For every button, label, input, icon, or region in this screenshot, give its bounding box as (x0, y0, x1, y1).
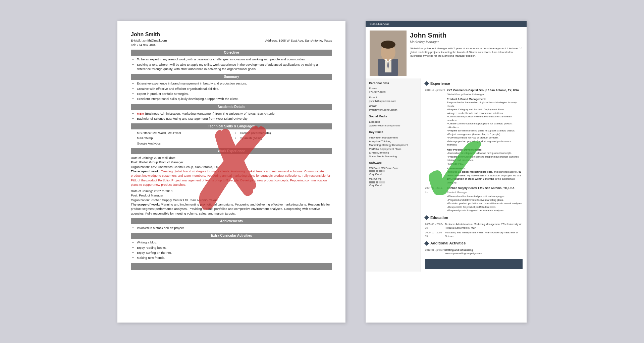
summary-list: Extensive experience in brand management… (137, 81, 332, 101)
exp-1-b5: • Create communication support plans for… (447, 122, 523, 129)
left-contact: E-Mail: j.smith@mail.com Tel: 774-987-40… (131, 38, 332, 47)
right-name: John Smith (410, 31, 523, 40)
achievement-1: Involved in a stock sell-off project. (137, 226, 332, 230)
skills-list: Innovation Management Analytical Thinkin… (369, 136, 417, 158)
skill-spanish: • Spanish (basic) (235, 136, 332, 140)
exp-1-b4: • Communicate product knowledge to custo… (447, 115, 523, 122)
bad-resume: John Smith E-Mail: j.smith@mail.com Tel:… (117, 21, 345, 323)
exp-1-npd-b1: • Innovation development - develop new p… (447, 152, 523, 155)
skill-item-4: Portfolio Deployment Plans (369, 147, 417, 151)
exp-2-b2: • Prepared and delivered effective marke… (447, 198, 523, 202)
exp-2-role: Product Manager (447, 190, 523, 194)
exp-1-achievements-label: Achievements: (447, 167, 523, 170)
exp-1-npd-b2: • Prepare communication plans to support… (447, 155, 523, 162)
edu-1-dates: 2005-09 - 2007-05 (425, 223, 445, 230)
exp-2-company: Kitchen Supply Center Ltd / San Antonio,… (447, 186, 523, 190)
work-2-post: Post: Product Manager (131, 193, 332, 197)
additional-1-text: www.mymarketingcampaigns.me (445, 252, 482, 255)
software-item-1: MS Excel, MS PowerPoint Very Good (369, 167, 417, 176)
education-label: Education (430, 215, 448, 220)
work-entry-1: Date of Joining: 2010 to till date Post:… (131, 156, 332, 187)
skills-grid: MS Office: MS Word, MS Excel • French (i… (137, 131, 332, 146)
left-name: John Smith (131, 31, 332, 38)
work-2-org: Organization: Kitchen Supply Center Ltd.… (131, 198, 332, 202)
experience-header: Experience (425, 81, 523, 87)
exp-2-b5: • Prepared product segment performance a… (447, 209, 523, 213)
work-1-org: Organization: XYZ Cosmetics Capital Grou… (131, 165, 332, 169)
exp-1-achievements-text: I finalized 10 global marketing projects… (447, 170, 523, 184)
exp-1-sub-1-label: Product & Brand Management: (447, 97, 523, 101)
summary-item-1: Extensive experience in brand management… (137, 81, 332, 85)
svg-point-5 (381, 41, 395, 49)
additional-label: Additional Activities (430, 241, 466, 246)
extra-3: Enjoy Surfing on the net. (137, 250, 332, 255)
edu-entry-2: 2000-10 - 2004-05 Marketing and Manageme… (425, 231, 523, 238)
left-email: E-Mail: j.smith@mail.com (131, 38, 167, 43)
exp-1-b3: • Analyze market trends and recommend so… (447, 112, 523, 115)
summary-header: Summary (131, 74, 332, 80)
skill-item-6: Social Media Marketing (369, 155, 417, 158)
extra-list: Writing a blog. Enjoy reading books. Enj… (137, 240, 332, 260)
exp-2-b4: • Responsible for product portfolio fore… (447, 206, 523, 209)
social-header: Social Media (369, 114, 417, 119)
academic-item-2: Bachelor of Science (Marketing and Manag… (137, 116, 332, 121)
exp-1-b1: Responsible for the creation of global b… (447, 101, 523, 108)
software-item-2: Mail Chimp Very Good (369, 177, 417, 187)
skill-1: MS Office: MS Word, MS Excel (137, 131, 234, 135)
exp-1-b9: • Manage product portfolio (product segm… (447, 140, 523, 147)
achievements-list: Involved in a stock sell-off project. (137, 226, 332, 230)
work-1-date: Date of Joining: 2010 to till date (131, 156, 332, 160)
skill-3: Google Analytics (137, 141, 234, 146)
software-name-2: Mail Chimp (369, 177, 417, 181)
objective-header: Objective (131, 50, 332, 56)
exp-2-inner: 2007-09 - 2010-11 Kitchen Supply Center … (425, 186, 523, 213)
skill-item-2: Analytical Thinking (369, 139, 417, 143)
exp-1-b6: • Prepare annual marketing plans to supp… (447, 129, 523, 133)
achievements-header: Achievements (131, 218, 332, 224)
exp-1-sub-2-label: New Product Development: (447, 148, 523, 152)
top-bar: Curriculum Vitae (366, 21, 527, 27)
additional-header: Additional Activities (425, 241, 523, 247)
bottom-bar (131, 263, 332, 270)
exp-2-b3: • Provided product portfolios and compet… (447, 202, 523, 206)
technical-header: Technical Skills & Languages (131, 123, 332, 129)
good-resume: Curriculum Vitae (366, 21, 527, 323)
education-header: Education (425, 215, 523, 221)
work-1-scope: The scope of work: Creating global brand… (131, 169, 332, 187)
education-diamond-icon (424, 215, 429, 220)
experience-label: Experience (430, 81, 450, 86)
work-entry-2: Date of Joining: 2007 to 2010 Post: Prod… (131, 189, 332, 216)
exp-1-npd-b3: • Manage P&L. (447, 162, 523, 166)
skill-item-3: Marketing Strategy Development (369, 143, 417, 147)
exp-2-b1: • Planned and implemented promotional ca… (447, 195, 523, 198)
work-1-scope-text: Creating global brand strategies for maj… (131, 169, 330, 186)
right-bottom-bar (425, 259, 523, 269)
summary-item-4: Excellent interpersonal skills quickly d… (137, 97, 332, 101)
linkedin-value: www.linkedin.com/johnutw (369, 124, 417, 127)
linkedin-label: LinkedIn (369, 120, 417, 124)
work-2-scope: The scope of work: Planning and implemen… (131, 202, 332, 216)
academic-header: Academic Details (131, 104, 332, 110)
www-label: WWW (369, 104, 417, 108)
extra-1: Writing a blog. (137, 240, 332, 244)
edu-1-text: Business Administration / Marketing Mana… (445, 223, 523, 230)
exp-entry-2: 2007-09 - 2010-11 Kitchen Supply Center … (425, 186, 523, 213)
extra-4: Making new friends. (137, 255, 332, 260)
exp-2-dates: 2007-09 - 2010-11 (425, 186, 445, 193)
good-resume-wrapper: Curriculum Vitae (366, 21, 527, 323)
edu-entry-1: 2005-09 - 2007-05 Business Administratio… (425, 223, 523, 230)
academic-list: MBA (Business Administration, Marketing … (137, 111, 332, 121)
additional-1-label: Writing and Influencing (445, 248, 482, 252)
objective-item-1: To be an expert in my area of work, with… (137, 57, 332, 61)
email-label: E-mail (369, 96, 417, 99)
summary-item-2: Creative with effective and efficient or… (137, 87, 332, 91)
two-col-layout: Personal Data Phone 774-987-4009 E-mail … (366, 78, 527, 272)
profile-photo (370, 31, 407, 76)
right-title: Marketing Manager (410, 40, 523, 45)
right-col: Experience 2010-12 - present XYZ Cosmeti… (421, 78, 527, 272)
skill-item-5: E-mail Marketing (369, 151, 417, 155)
academic-item-1-text: (Business Administration, Marketing Mana… (144, 112, 275, 115)
software-list: MS Excel, MS PowerPoint Very Good Mail C… (369, 167, 417, 187)
header-area: John Smith Marketing Manager Global Grou… (366, 27, 527, 76)
software-label-1: Very Good (369, 172, 417, 176)
